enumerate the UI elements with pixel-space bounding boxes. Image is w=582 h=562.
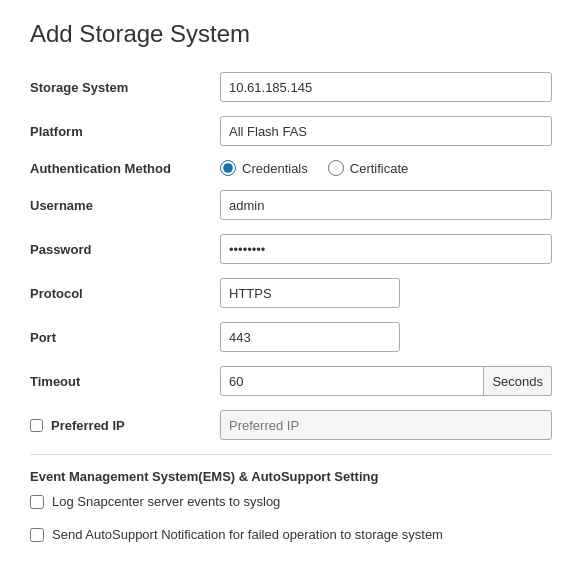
ems-checkboxes: Log Snapcenter server events to syslog S… <box>30 494 552 552</box>
port-label: Port <box>30 330 220 345</box>
password-row: Password <box>30 234 552 264</box>
send-autosupport-row: Send AutoSupport Notification for failed… <box>30 527 552 542</box>
timeout-row: Timeout Seconds <box>30 366 552 396</box>
storage-system-label: Storage System <box>30 80 220 95</box>
send-autosupport-checkbox[interactable] <box>30 528 44 542</box>
ems-section-title: Event Management System(EMS) & AutoSuppo… <box>30 469 552 484</box>
preferred-ip-label-wrapper: Preferred IP <box>30 418 220 433</box>
platform-label: Platform <box>30 124 220 139</box>
credentials-label: Credentials <box>242 161 308 176</box>
protocol-label: Protocol <box>30 286 220 301</box>
send-autosupport-label: Send AutoSupport Notification for failed… <box>52 527 443 542</box>
certificate-radio[interactable] <box>328 160 344 176</box>
auth-method-label: Authentication Method <box>30 161 220 176</box>
platform-input[interactable] <box>220 116 552 146</box>
preferred-ip-input[interactable] <box>220 410 552 440</box>
credentials-radio[interactable] <box>220 160 236 176</box>
platform-row: Platform <box>30 116 552 146</box>
certificate-option[interactable]: Certificate <box>328 160 409 176</box>
username-input[interactable] <box>220 190 552 220</box>
log-snapcenter-checkbox[interactable] <box>30 495 44 509</box>
password-input[interactable] <box>220 234 552 264</box>
timeout-input[interactable] <box>220 366 484 396</box>
password-label: Password <box>30 242 220 257</box>
timeout-unit: Seconds <box>484 366 552 396</box>
storage-system-input[interactable] <box>220 72 552 102</box>
port-input[interactable] <box>220 322 400 352</box>
timeout-wrapper: Seconds <box>220 366 552 396</box>
username-label: Username <box>30 198 220 213</box>
timeout-label: Timeout <box>30 374 220 389</box>
credentials-option[interactable]: Credentials <box>220 160 308 176</box>
log-snapcenter-row: Log Snapcenter server events to syslog <box>30 494 552 509</box>
log-snapcenter-label: Log Snapcenter server events to syslog <box>52 494 280 509</box>
storage-system-row: Storage System <box>30 72 552 102</box>
port-row: Port <box>30 322 552 352</box>
page-title: Add Storage System <box>30 20 552 48</box>
auth-radio-group: Credentials Certificate <box>220 160 552 176</box>
preferred-ip-checkbox[interactable] <box>30 419 43 432</box>
section-divider <box>30 454 552 455</box>
protocol-input[interactable] <box>220 278 400 308</box>
preferred-ip-label: Preferred IP <box>51 418 125 433</box>
preferred-ip-row: Preferred IP <box>30 410 552 440</box>
auth-method-row: Authentication Method Credentials Certif… <box>30 160 552 176</box>
username-row: Username <box>30 190 552 220</box>
certificate-label: Certificate <box>350 161 409 176</box>
protocol-row: Protocol <box>30 278 552 308</box>
